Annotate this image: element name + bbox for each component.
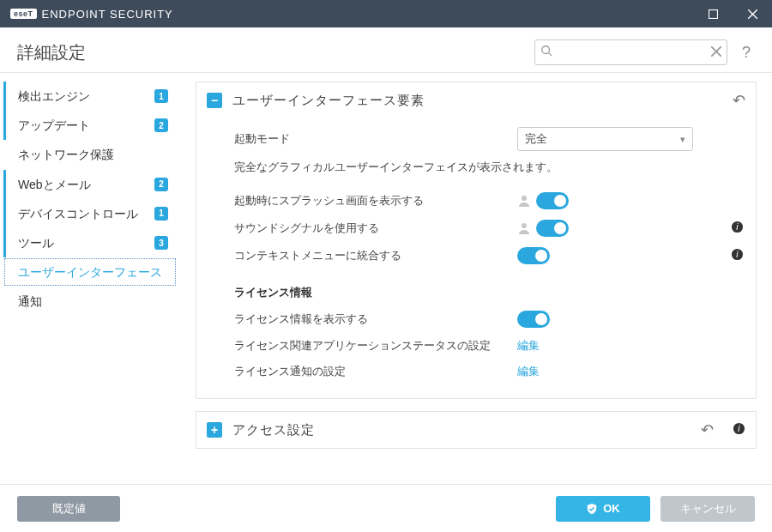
panel-access-settings: + アクセス設定 ↶ i [196, 411, 757, 449]
sidebar-item-label: Webとメール [18, 177, 148, 192]
revert-icon[interactable]: ↶ [701, 420, 714, 439]
info-icon[interactable]: i [733, 422, 745, 438]
sidebar-badge: 1 [154, 89, 168, 103]
sidebar-item-label: 通知 [18, 293, 168, 309]
page-title: 詳細設定 [17, 41, 86, 64]
sidebar-badge: 1 [154, 207, 168, 221]
chevron-down-icon: ▾ [680, 134, 685, 145]
brand-badge: eseT [10, 9, 37, 19]
svg-rect-0 [709, 9, 717, 18]
panel-ui-elements: − ユーザーインターフェース要素 ↶ 起動モード 完全 ▾ 完全なグラフィカルユ… [196, 82, 757, 399]
sidebar-badge: 2 [154, 178, 168, 191]
edit-link-notice[interactable]: 編集 [517, 364, 540, 379]
svg-point-7 [522, 196, 527, 201]
row-splash-screen: 起動時にスプラッシュ画面を表示する [234, 187, 744, 215]
select-startup-mode[interactable]: 完全 ▾ [517, 127, 693, 151]
startup-mode-description: 完全なグラフィカルユーザーインターフェイスが表示されます。 [234, 156, 744, 187]
footer: 既定値 OK キャンセル [0, 484, 772, 532]
label-startup-mode: 起動モード [234, 131, 517, 147]
svg-point-3 [542, 46, 550, 54]
panel-header-access[interactable]: + アクセス設定 ↶ i [196, 412, 756, 448]
ok-button[interactable]: OK [556, 496, 650, 522]
row-context-menu: コンテキストメニューに統合する i [234, 242, 744, 269]
toggle-splash[interactable] [536, 192, 569, 209]
row-show-license: ライセンス情報を表示する [234, 305, 744, 333]
select-value: 完全 [525, 131, 547, 147]
search-icon [540, 45, 552, 60]
subheading-license: ライセンス情報 [234, 269, 744, 305]
label-context: コンテキストメニューに統合する [234, 248, 517, 263]
close-icon [748, 9, 757, 19]
sidebar-item-web-mail[interactable]: Webとメール 2 [3, 170, 177, 199]
user-icon [517, 194, 531, 208]
sidebar: 検出エンジン 1 アップデート 2 ネットワーク保護 Webとメール 2 デバイ… [0, 73, 180, 484]
main-content: − ユーザーインターフェース要素 ↶ 起動モード 完全 ▾ 完全なグラフィカルユ… [180, 73, 772, 484]
toggle-show-license[interactable] [517, 311, 550, 328]
sidebar-item-update[interactable]: アップデート 2 [3, 111, 177, 140]
sidebar-item-device-control[interactable]: デバイスコントロール 1 [3, 199, 177, 228]
svg-point-8 [522, 223, 527, 228]
search-input-wrap[interactable] [534, 39, 727, 65]
sidebar-item-label: ユーザーインターフェース [18, 264, 168, 280]
square-icon [709, 9, 718, 19]
label-license-app-status: ライセンス関連アプリケーションステータスの設定 [234, 338, 517, 354]
page-header: 詳細設定 ? [0, 27, 772, 73]
sidebar-badge: 3 [154, 236, 168, 250]
info-icon[interactable]: i [731, 248, 744, 263]
row-license-notice: ライセンス通知の設定 編集 [234, 359, 744, 384]
toggle-sound[interactable] [536, 220, 569, 237]
label-license-notice: ライセンス通知の設定 [234, 364, 517, 379]
defaults-button[interactable]: 既定値 [17, 496, 120, 522]
info-icon[interactable]: i [731, 221, 744, 236]
sidebar-item-notifications[interactable]: 通知 [3, 287, 177, 316]
revert-icon[interactable]: ↶ [733, 91, 745, 110]
sidebar-item-label: デバイスコントロール [18, 206, 148, 221]
edit-link-app-status[interactable]: 編集 [517, 338, 540, 354]
panel-title: ユーザーインターフェース要素 [232, 93, 722, 109]
sidebar-item-user-interface[interactable]: ユーザーインターフェース [3, 257, 177, 287]
brand-text: ENDPOINT SECURITY [42, 8, 173, 21]
toggle-context[interactable] [517, 247, 550, 264]
label-show-license: ライセンス情報を表示する [234, 311, 517, 327]
label-splash: 起動時にスプラッシュ画面を表示する [234, 193, 517, 209]
collapse-icon[interactable]: − [207, 93, 222, 108]
sidebar-item-detection-engine[interactable]: 検出エンジン 1 [3, 82, 177, 111]
sidebar-badge: 2 [154, 118, 168, 132]
sidebar-item-label: アップデート [18, 118, 148, 133]
window-maximize-button[interactable] [693, 0, 733, 27]
user-icon [517, 221, 531, 235]
help-button[interactable]: ? [738, 44, 755, 62]
shield-icon [586, 503, 598, 515]
label-sound: サウンドシグナルを使用する [234, 221, 517, 236]
sidebar-item-label: ツール [18, 235, 148, 251]
sidebar-item-label: 検出エンジン [18, 88, 148, 104]
sidebar-item-network-protection[interactable]: ネットワーク保護 [3, 140, 177, 169]
window-close-button[interactable] [733, 0, 772, 27]
titlebar: eseT ENDPOINT SECURITY [0, 0, 772, 27]
sidebar-item-label: ネットワーク保護 [18, 147, 168, 162]
row-sound-signal: サウンドシグナルを使用する i [234, 215, 744, 242]
search-input[interactable] [554, 46, 711, 59]
svg-line-4 [549, 53, 552, 57]
panel-header-ui[interactable]: − ユーザーインターフェース要素 ↶ [196, 82, 756, 118]
ok-button-label: OK [603, 502, 620, 515]
row-startup-mode: 起動モード 完全 ▾ [234, 122, 744, 156]
row-license-app-status: ライセンス関連アプリケーションステータスの設定 編集 [234, 333, 744, 359]
cancel-button[interactable]: キャンセル [660, 496, 755, 522]
expand-icon[interactable]: + [207, 422, 222, 438]
sidebar-item-tools[interactable]: ツール 3 [3, 228, 177, 257]
panel-title: アクセス設定 [232, 422, 691, 438]
clear-search-icon[interactable] [711, 45, 721, 60]
